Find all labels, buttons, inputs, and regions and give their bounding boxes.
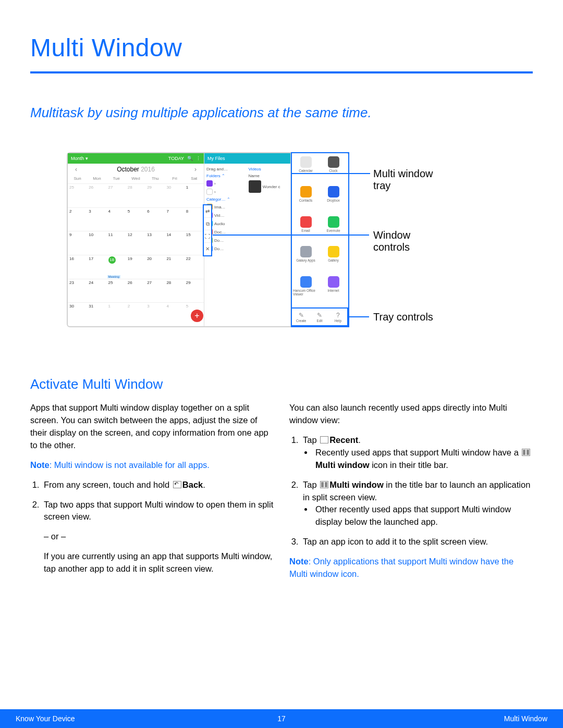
figure: Month ▾ TODAY 🔍 ⋮ ‹ October 2016 › SunMo [67, 152, 515, 340]
chevron-left-icon: ‹ [75, 166, 77, 173]
myfiles-category: Do… [206, 244, 247, 253]
right-step2-a: Tap [303, 480, 319, 489]
tray-control: ✎Create [292, 309, 310, 325]
multiwindow-icon [522, 449, 530, 456]
calendar-cell: 27 [145, 279, 165, 303]
calendar-cell: 2 [68, 207, 87, 231]
left-or: – or – [44, 530, 274, 543]
section-heading: Activate Multi Window [30, 376, 533, 392]
category-label: Doc… [214, 230, 226, 235]
tray-app: Evernote [321, 216, 346, 244]
app-icon [328, 216, 339, 228]
title-rule [30, 71, 533, 73]
calendar-cell: 15 [185, 231, 204, 255]
tray-control-icon: ✎ [299, 312, 304, 319]
calendar-day-header: Thu [145, 175, 165, 183]
app-label: Internet [327, 289, 339, 292]
calendar-cell: 31 [87, 302, 106, 326]
myfiles-categories: Categor… ⌃ [206, 196, 247, 203]
category-label: Audio [214, 221, 225, 226]
tray-app: Clock [321, 156, 346, 184]
calendar-cell: 25 [107, 279, 126, 303]
calendar-cell: 14 [165, 231, 184, 255]
calendar-cell: 7 [165, 207, 184, 231]
tray-app: Galaxy Apps [293, 246, 319, 274]
calendar-cell: 26 [126, 279, 145, 303]
myfiles-category: Audio [206, 219, 247, 228]
calendar-cell: 21 [165, 255, 184, 279]
tray-control: ?Help [329, 309, 347, 325]
right-step1-a: Tap [303, 435, 319, 445]
left-note-text: : Multi window is not available for all … [50, 460, 210, 470]
app-icon [300, 216, 312, 228]
right-note-text: : Only applications that support Multi w… [289, 557, 513, 578]
calendar-cell: 12 [126, 231, 145, 255]
left-step1-b: Back [182, 480, 203, 489]
footer-right: Multi Window [504, 714, 547, 723]
myfiles-videos: Videos [249, 166, 289, 172]
calendar-year: 2016 [141, 166, 155, 173]
right-step-2: Tap Multi window in the title bar to lau… [301, 479, 533, 529]
app-label: Calendar [299, 169, 312, 172]
left-step-2: Tap two apps that support Multi window t… [42, 499, 274, 576]
left-step1-c: . [203, 480, 205, 489]
right-step-1: Tap Recent. Recently used apps that supp… [301, 434, 533, 472]
myfiles-category: Do… [206, 236, 247, 244]
tray-control-icon: ✎ [317, 312, 322, 319]
category-label: Ima… [214, 205, 225, 209]
myfiles-name: Name [249, 172, 289, 179]
calendar-today: TODAY [168, 156, 184, 161]
callout-line-trayctrls [347, 316, 369, 317]
app-label: Contacts [299, 199, 313, 202]
tray-pane: CalendarClockContactsDropboxEmailEvernot… [291, 153, 348, 326]
search-icon: 🔍 [187, 156, 193, 161]
app-label: Dropbox [327, 199, 340, 202]
multiwindow-icon-2 [320, 481, 328, 488]
calendar-cell: 4 [165, 302, 184, 326]
tray-app: Internet [321, 276, 346, 307]
close-icon: ✕ [204, 243, 211, 255]
tray-control-label: Edit [316, 319, 322, 323]
calendar-cell: 28 [126, 183, 145, 207]
calendar-cell: 9 [68, 231, 87, 255]
callout-tray-text: Multi window tray [373, 168, 446, 192]
left-column: Apps that support Multi window display t… [30, 402, 274, 588]
tray-controls: ✎Create✎Edit?Help [291, 307, 348, 326]
calendar-cell: 18Meeting [107, 255, 126, 279]
calendar-grid: SunMonTueWedThuFriSat2526272829301234567… [68, 175, 204, 326]
callout-line-controls [213, 235, 369, 236]
calendar-cell: 30 [68, 302, 87, 326]
right-step-3: Tap an app icon to add it to the split s… [301, 536, 533, 548]
right-note: Note: Only applications that support Mul… [289, 556, 533, 581]
tray-app: Contacts [293, 186, 319, 214]
tray-control-label: Create [296, 319, 307, 323]
calendar-cell: 23 [68, 279, 87, 303]
calendar-cell: 1 [185, 183, 204, 207]
right-bullet1-b: Multi window [315, 460, 370, 470]
calendar-fab: + [191, 310, 203, 322]
calendar-cell: 3 [87, 207, 106, 231]
myfiles-drag: Drag and… [206, 166, 247, 172]
left-note-prefix: Note [30, 460, 50, 470]
calendar-cell: 20 [145, 255, 165, 279]
calendar-month: October [117, 166, 139, 173]
tray-app: Email [293, 216, 319, 244]
app-label: Clock [329, 169, 337, 172]
window-controls: ⇄ ⧉ ⛶ ✕ [203, 204, 212, 256]
calendar-day-header: Wed [126, 175, 145, 183]
app-icon [300, 246, 312, 257]
myfiles-title: My Files [204, 153, 290, 164]
calendar-cell: 25 [68, 183, 87, 207]
category-label: Vid… [214, 213, 224, 218]
calendar-cell: 6 [145, 207, 165, 231]
page-subtitle: Multitask by using multiple applications… [30, 105, 533, 121]
left-step-1: From any screen, touch and hold Back. [42, 479, 274, 491]
back-icon [173, 481, 181, 488]
right-bullet-2: Other recently used apps that support Mu… [313, 503, 533, 528]
calendar-cell: 11 [107, 231, 126, 255]
callout-controls-text: Window controls [373, 229, 436, 253]
drag-icon: ⧉ [204, 218, 211, 230]
calendar-cell: 30 [165, 183, 184, 207]
calendar-day-header: Mon [87, 175, 106, 183]
tray-control-label: Help [335, 319, 341, 323]
